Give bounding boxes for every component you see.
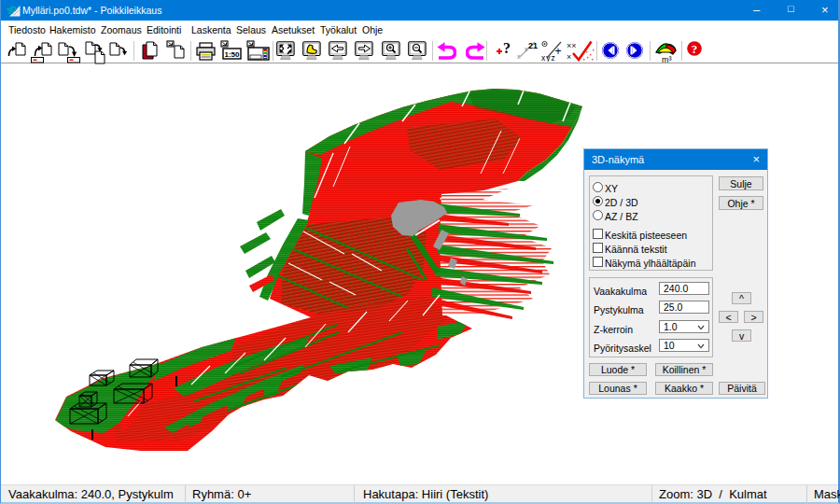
svg-text:21: 21 (528, 41, 538, 50)
svg-text:m³: m³ (662, 55, 672, 63)
svg-text:××: ×× (567, 41, 577, 50)
svg-text:?: ? (503, 40, 511, 56)
svg-text:xyz: xyz (541, 53, 556, 62)
svg-text:×: × (567, 52, 571, 62)
svg-text:1:50: 1:50 (224, 50, 240, 59)
svg-text:x: x (517, 53, 521, 60)
svg-text:?: ? (692, 42, 698, 56)
